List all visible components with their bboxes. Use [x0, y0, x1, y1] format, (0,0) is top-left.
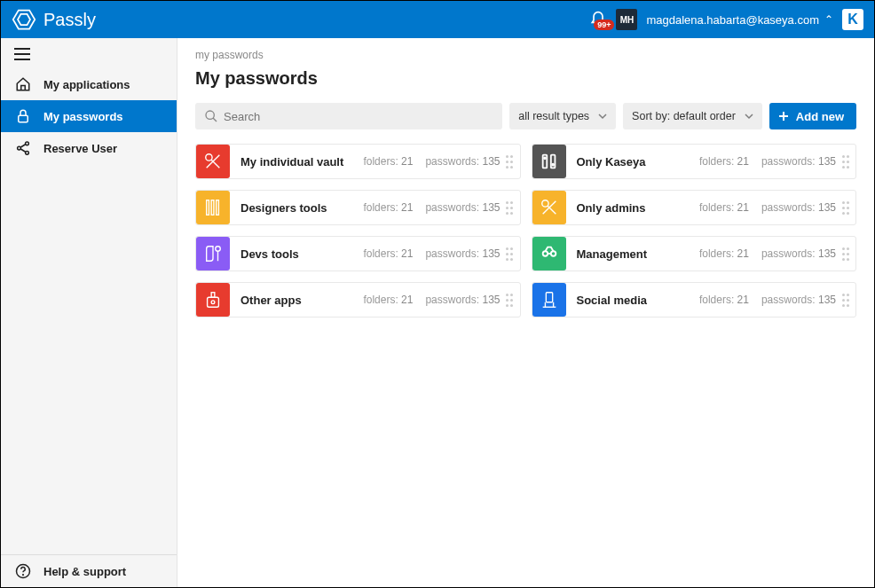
drag-handle-icon[interactable] — [836, 290, 850, 310]
svg-rect-33 — [208, 297, 219, 307]
top-bar: Passly 99+ MH magdalena.habarta@kaseya.c… — [1, 1, 874, 38]
vault-card[interactable]: Social mediafolders: 21passwords: 135 — [532, 282, 857, 318]
vault-passwords: passwords: 135 — [425, 201, 500, 214]
lock-icon — [15, 108, 31, 124]
hexagon-icon — [12, 7, 36, 32]
vault-folders: folders: 21 — [699, 294, 749, 306]
svg-rect-22 — [207, 200, 209, 216]
svg-point-10 — [23, 575, 24, 576]
vault-folders: folders: 21 — [363, 247, 413, 260]
vault-passwords: passwords: 135 — [761, 201, 836, 214]
kaseya-logo[interactable]: K — [842, 9, 863, 30]
svg-rect-23 — [211, 200, 214, 216]
filter-dropdown[interactable]: all result types — [509, 103, 616, 129]
svg-point-25 — [541, 200, 548, 207]
sidebar-item-label: Reserve User — [43, 142, 117, 155]
drag-handle-icon[interactable] — [501, 198, 515, 218]
vault-tile-icon — [196, 283, 230, 317]
user-avatar[interactable]: MH — [616, 9, 637, 30]
sidebar-item-label: My passwords — [43, 110, 123, 123]
svg-point-30 — [542, 251, 548, 256]
vault-name: Management — [577, 247, 647, 261]
drag-handle-icon[interactable] — [836, 152, 850, 172]
vault-folders: folders: 21 — [699, 155, 749, 168]
sidebar-item-reserve[interactable]: Reserve User — [1, 132, 177, 164]
svg-rect-34 — [211, 293, 215, 298]
vault-folders: folders: 21 — [699, 247, 749, 260]
svg-point-20 — [544, 157, 546, 159]
svg-point-28 — [216, 247, 221, 252]
drag-handle-icon[interactable] — [501, 152, 515, 172]
drag-handle-icon[interactable] — [501, 244, 515, 264]
vault-name: My individual vault — [240, 155, 343, 169]
svg-line-8 — [20, 149, 26, 153]
vault-card[interactable]: Only adminsfolders: 21passwords: 135 — [532, 190, 857, 225]
vault-name: Only Kaseya — [577, 155, 646, 169]
svg-line-12 — [213, 118, 217, 122]
vault-name: Designers tools — [240, 201, 327, 215]
svg-rect-36 — [546, 293, 552, 302]
notification-badge: 99+ — [594, 20, 614, 30]
breadcrumb: my passwords — [195, 49, 856, 61]
sidebar-item-label: My applications — [43, 78, 130, 91]
notifications-button[interactable]: 99+ — [589, 11, 607, 28]
vault-passwords: passwords: 135 — [425, 247, 500, 260]
user-email[interactable]: magdalena.habarta@kaseya.com — [646, 13, 819, 27]
home-icon — [15, 76, 31, 92]
vault-folders: folders: 21 — [363, 201, 413, 214]
vault-passwords: passwords: 135 — [761, 294, 836, 306]
vault-name: Social media — [577, 294, 647, 307]
sort-dropdown[interactable]: Sort by: default order — [623, 103, 762, 129]
vault-tile-icon — [532, 191, 566, 224]
vault-folders: folders: 21 — [363, 294, 413, 306]
vault-tile-icon — [196, 191, 230, 224]
vault-card[interactable]: Only Kaseyafolders: 21passwords: 135 — [532, 144, 857, 179]
main-content: my passwords My passwords all result typ… — [177, 38, 874, 587]
brand-name: Passly — [43, 10, 96, 30]
add-label: Add new — [796, 110, 844, 123]
vault-passwords: passwords: 135 — [425, 155, 500, 168]
vault-name: Devs tools — [240, 247, 299, 261]
vault-tile-icon — [196, 237, 230, 270]
svg-rect-3 — [19, 115, 28, 122]
vault-grid: My individual vaultfolders: 21passwords:… — [195, 144, 856, 318]
sidebar-item-help[interactable]: Help & support — [1, 555, 177, 587]
sidebar-item-applications[interactable]: My applications — [1, 68, 177, 100]
chevron-up-icon[interactable]: ⌃ — [824, 13, 833, 26]
page-title: My passwords — [195, 68, 856, 89]
vault-name: Only admins — [577, 201, 646, 215]
vault-folders: folders: 21 — [699, 201, 749, 214]
vault-card[interactable]: Devs toolsfolders: 21passwords: 135 — [195, 236, 521, 271]
help-icon — [15, 563, 31, 579]
vault-tile-icon — [532, 145, 566, 178]
svg-point-35 — [211, 301, 215, 304]
hamburger-icon — [13, 47, 31, 61]
search-box[interactable] — [195, 103, 502, 129]
vault-passwords: passwords: 135 — [761, 247, 836, 260]
filter-label: all result types — [518, 110, 589, 122]
menu-toggle[interactable] — [1, 38, 177, 68]
vault-passwords: passwords: 135 — [761, 155, 836, 168]
vault-folders: folders: 21 — [363, 155, 413, 168]
vault-tile-icon — [532, 283, 566, 317]
svg-point-21 — [552, 164, 554, 166]
sidebar-item-passwords[interactable]: My passwords — [1, 100, 177, 132]
drag-handle-icon[interactable] — [501, 290, 515, 310]
svg-point-31 — [550, 251, 556, 256]
vault-card[interactable]: Other appsfolders: 21passwords: 135 — [195, 282, 521, 318]
drag-handle-icon[interactable] — [836, 198, 850, 218]
share-icon — [15, 140, 31, 156]
vault-passwords: passwords: 135 — [425, 294, 500, 306]
sort-label: Sort by: default order — [632, 110, 736, 122]
svg-line-7 — [20, 145, 26, 148]
vault-name: Other apps — [240, 294, 302, 307]
vault-card[interactable]: Designers toolsfolders: 21passwords: 135 — [195, 190, 521, 225]
brand-logo[interactable]: Passly — [12, 7, 96, 32]
search-input[interactable] — [224, 110, 493, 123]
add-new-button[interactable]: Add new — [769, 103, 856, 129]
svg-point-15 — [206, 154, 212, 161]
vault-card[interactable]: Managementfolders: 21passwords: 135 — [532, 236, 857, 271]
toolbar: all result types Sort by: default order … — [195, 103, 856, 129]
drag-handle-icon[interactable] — [836, 244, 850, 264]
vault-card[interactable]: My individual vaultfolders: 21passwords:… — [195, 144, 521, 179]
